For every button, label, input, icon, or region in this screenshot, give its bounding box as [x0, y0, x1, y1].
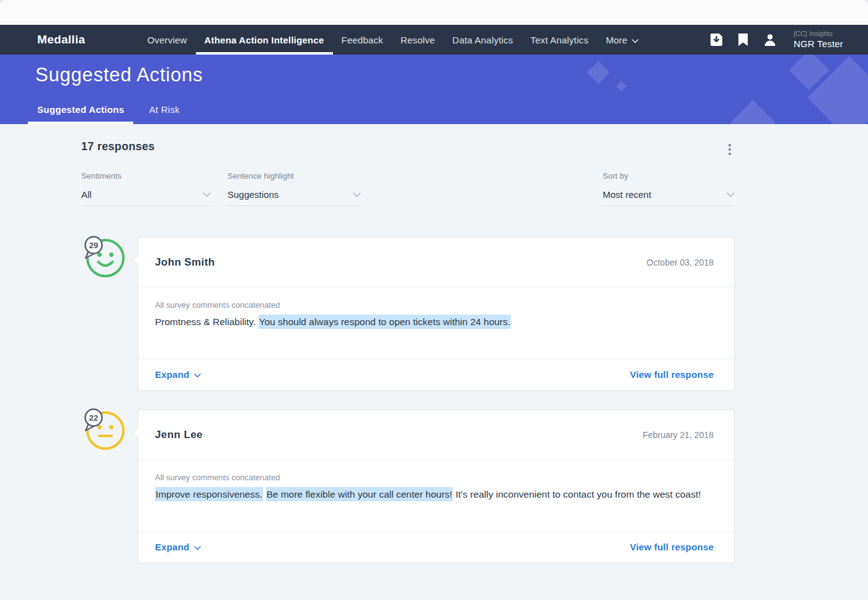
sentiments-filter-label: Sentiments	[81, 171, 211, 181]
tab-suggested-actions[interactable]: Suggested Actions	[28, 104, 133, 124]
decorative-diamond	[730, 100, 776, 124]
nav-items: Overview Athena Action Intelligence Feed…	[138, 25, 647, 55]
svg-text:29: 29	[89, 241, 98, 250]
card-header: Jenn Lee February 21, 2018	[138, 410, 734, 460]
svg-text:22: 22	[89, 413, 98, 423]
nav-item-overview[interactable]: Overview	[138, 25, 195, 55]
sentence-highlight-filter-label: Sentence highlight	[228, 171, 361, 181]
decorative-diamond	[616, 81, 627, 92]
more-label: More	[606, 35, 627, 45]
sentence-highlight-select-value: Suggestions	[228, 189, 279, 200]
chevron-down-icon	[727, 189, 735, 200]
comment-text: Improve responsiveness. Be more flexible…	[155, 486, 713, 503]
comment-label: All survey comments concatenated	[155, 473, 714, 482]
chevron-down-icon	[203, 189, 211, 200]
response-row: 22 Jenn Lee February 21, 2018	[81, 410, 735, 563]
sentiments-filter: Sentiments All	[81, 171, 211, 206]
app-window: Medallia Overview Athena Action Intellig…	[0, 0, 868, 600]
response-card: John Smith October 03, 2018 All survey c…	[138, 237, 735, 391]
top-navigation: Medallia Overview Athena Action Intellig…	[0, 25, 868, 55]
sentiment-avatar-neutral: 22	[81, 410, 138, 563]
user-icon[interactable]	[764, 34, 776, 46]
card-header: John Smith October 03, 2018	[138, 238, 734, 287]
sentiment-avatar-positive: 29	[81, 237, 138, 391]
sentence-highlight-filter: Sentence highlight Suggestions	[228, 171, 361, 206]
score-badge: 29	[81, 235, 107, 261]
filters-row: Sentiments All Sentence highlight Sugges…	[81, 171, 735, 206]
comment-segment-highlighted: Improve responsiveness.	[155, 487, 263, 501]
main-content: 17 responses Sentiments All Sentence hig…	[0, 124, 868, 600]
comment-segment	[263, 489, 265, 499]
nav-item-text-analytics[interactable]: Text Analytics	[521, 25, 597, 55]
expand-button[interactable]: Expand	[155, 542, 201, 552]
nav-item-feedback[interactable]: Feedback	[333, 25, 392, 55]
user-name: NGR Tester	[794, 38, 843, 50]
expand-label: Expand	[155, 369, 189, 380]
results-toolbar: 17 responses	[81, 140, 735, 158]
view-full-response-link[interactable]: View full response	[630, 542, 714, 552]
bookmark-icon[interactable]	[738, 34, 748, 46]
kebab-menu-icon[interactable]	[725, 141, 735, 158]
response-list: 29 John Smith October 03, 2018	[81, 237, 735, 563]
user-org: [CC] Insights	[794, 30, 843, 38]
nav-item-data-analytics[interactable]: Data Analytics	[444, 25, 522, 55]
sentiments-select[interactable]: All	[81, 189, 211, 206]
sentence-highlight-select[interactable]: Suggestions	[228, 189, 361, 206]
expand-button[interactable]: Expand	[155, 369, 201, 380]
sort-by-filter: Sort by Most recent	[603, 171, 735, 206]
comment-segment-highlighted: Be more flexible with your call center h…	[266, 487, 453, 501]
expand-label: Expand	[155, 542, 189, 552]
score-badge: 22	[81, 408, 107, 434]
response-card: Jenn Lee February 21, 2018 All survey co…	[138, 410, 735, 563]
comment-segment-highlighted: You should always respond to open ticket…	[259, 315, 511, 329]
response-count: 17 responses	[81, 140, 155, 153]
window-top-strip	[0, 0, 868, 25]
chevron-down-icon	[353, 189, 361, 200]
page-header: Suggested Actions Suggested Actions At R…	[0, 55, 868, 124]
nav-item-resolve[interactable]: Resolve	[392, 25, 444, 55]
sentiments-select-value: All	[81, 189, 92, 200]
nav-item-athena-action-intelligence[interactable]: Athena Action Intelligence	[196, 25, 333, 55]
response-date: February 21, 2018	[643, 430, 714, 440]
page-tabs: Suggested Actions At Risk	[28, 104, 189, 124]
chevron-down-icon	[194, 369, 201, 380]
nav-right-actions: [CC] Insights NGR Tester	[711, 25, 843, 55]
decorative-diamond	[587, 61, 610, 84]
card-body: All survey comments concatenated Improve…	[138, 460, 734, 531]
comment-segment: Promtness & Reliability.	[155, 316, 259, 327]
user-info[interactable]: [CC] Insights NGR Tester	[794, 30, 843, 49]
sort-by-select-value: Most recent	[603, 189, 651, 200]
respondent-name: John Smith	[155, 256, 215, 269]
view-full-response-link[interactable]: View full response	[630, 369, 714, 380]
card-footer: Expand View full response	[138, 531, 734, 563]
tab-at-risk[interactable]: At Risk	[140, 104, 189, 124]
response-row: 29 John Smith October 03, 2018	[81, 237, 735, 391]
nav-item-more[interactable]: More	[597, 25, 647, 55]
chevron-down-icon	[632, 35, 639, 45]
respondent-name: Jenn Lee	[155, 429, 203, 441]
sort-by-select[interactable]: Most recent	[603, 189, 735, 206]
chevron-down-icon	[194, 542, 201, 552]
card-body: All survey comments concatenated Promtne…	[138, 287, 734, 359]
comment-segment: It's really inconvenient to contact you …	[453, 489, 701, 499]
sort-by-label: Sort by	[603, 171, 735, 181]
comment-label: All survey comments concatenated	[155, 300, 714, 310]
page-title: Suggested Actions	[35, 64, 203, 86]
card-footer: Expand View full response	[138, 359, 734, 390]
medallia-logo: Medallia	[37, 33, 85, 47]
response-date: October 03, 2018	[647, 257, 714, 267]
comment-text: Promtness & Reliability. You should alwa…	[155, 314, 713, 330]
export-download-icon[interactable]	[711, 34, 722, 47]
